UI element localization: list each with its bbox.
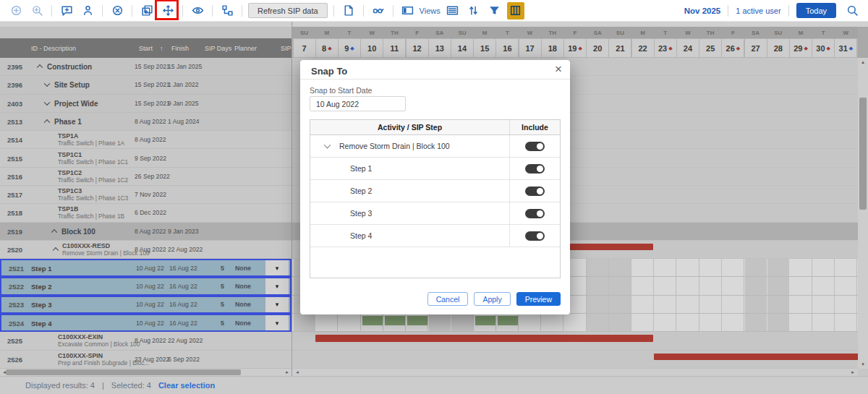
- table-row-2524[interactable]: 2524Step 410 Aug 2216 Aug 225None▾: [0, 314, 292, 332]
- calendar-date-cell[interactable]: 16: [496, 39, 518, 57]
- list-view-icon[interactable]: [444, 2, 461, 20]
- gantt-step-bar[interactable]: [362, 316, 383, 325]
- calendar-date-cell[interactable]: 15: [474, 39, 495, 57]
- sort-ascending-icon[interactable]: ↑: [160, 45, 163, 52]
- col-header-sip-days[interactable]: SIP Days: [205, 45, 231, 52]
- include-toggle[interactable]: [525, 142, 545, 151]
- panel-splitter[interactable]: [292, 22, 292, 376]
- zoom-in-icon[interactable]: [7, 2, 25, 20]
- table-row-2523[interactable]: 2523Step 310 Aug 2216 Aug 225None▾: [0, 296, 292, 314]
- dependencies-icon[interactable]: [218, 2, 236, 20]
- eye-icon[interactable]: [189, 2, 206, 20]
- gantt-step-bar[interactable]: [498, 316, 518, 325]
- today-button[interactable]: Today: [796, 3, 836, 18]
- gantt-horizontal-scrollbar[interactable]: ◂ ▸: [292, 369, 858, 376]
- calendar-date-cell[interactable]: 18: [542, 39, 563, 57]
- calendar-date-cell[interactable]: 28: [767, 39, 789, 57]
- gantt-activity-bar[interactable]: [315, 335, 653, 342]
- preview-button[interactable]: Preview: [516, 292, 561, 306]
- table-row-2520[interactable]: 2520C100XXX-RESDRemove Storm Drain | Blo…: [0, 241, 292, 259]
- calendar-date-cell[interactable]: 20: [587, 39, 608, 57]
- col-header-finish[interactable]: Finish: [171, 45, 189, 52]
- chevron-up-icon[interactable]: [44, 119, 50, 125]
- chevron-down-icon[interactable]: [44, 81, 50, 87]
- cancel-button[interactable]: Cancel: [427, 292, 469, 306]
- copy-add-icon[interactable]: [138, 2, 156, 20]
- calendar-date-cell[interactable]: 8◆: [316, 39, 338, 57]
- include-toggle[interactable]: [525, 209, 545, 218]
- table-horizontal-scrollbar[interactable]: ◂ ▸: [0, 369, 292, 376]
- gantt-step-bar[interactable]: [475, 316, 495, 325]
- calendar-date-cell[interactable]: 23◆: [655, 39, 676, 57]
- table-row-2519[interactable]: 2519Block 1008 Aug 20229 Jan 2023: [0, 223, 292, 241]
- col-header-start[interactable]: Start: [139, 45, 153, 52]
- gantt-vertical-scrollbar[interactable]: ▴ ▾: [858, 58, 868, 369]
- table-row-2396[interactable]: 2396Site Setup15 Sep 20211 Jan 2022: [0, 76, 292, 94]
- calendar-date-cell[interactable]: 25: [699, 39, 721, 57]
- scroll-right-icon[interactable]: ▸: [849, 369, 856, 376]
- calendar-date-cell[interactable]: 26◆: [722, 39, 744, 57]
- new-document-icon[interactable]: [340, 2, 357, 20]
- chevron-up-icon[interactable]: [51, 229, 57, 235]
- table-row-2513[interactable]: 2513Phase 18 Aug 20221 Aug 2024: [0, 113, 292, 131]
- calendar-date-cell[interactable]: 27: [745, 39, 767, 57]
- col-header-id-description[interactable]: ID - Description: [31, 45, 76, 52]
- close-icon[interactable]: ×: [555, 62, 562, 77]
- table-row-2521[interactable]: 2521Step 110 Aug 2216 Aug 225None▾: [0, 259, 292, 277]
- table-row-2518[interactable]: 2518TSP1BTraffic Switch | Phase 1B6 Dec …: [0, 204, 292, 222]
- gantt-activity-bar[interactable]: [654, 354, 858, 361]
- scroll-right-icon[interactable]: ▸: [284, 369, 291, 376]
- table-row-2516[interactable]: 2516TSP1C2Traffic Switch | Phase 1C226 S…: [0, 168, 292, 186]
- calendar-date-cell[interactable]: 29◆: [790, 39, 812, 57]
- table-row-2515[interactable]: 2515TSP1C1Traffic Switch | Phase 1C19 Se…: [0, 149, 292, 167]
- views-button[interactable]: Views: [399, 2, 441, 20]
- sort-icon[interactable]: [465, 2, 482, 20]
- calendar-date-cell[interactable]: 24: [677, 39, 699, 57]
- move-icon[interactable]: [159, 2, 176, 20]
- chevron-up-icon[interactable]: [37, 64, 43, 70]
- zoom-search-icon[interactable]: [28, 2, 46, 20]
- columns-icon[interactable]: [507, 2, 524, 20]
- table-row-2525[interactable]: 2525C100XXX-EXINExcavate Common | Block …: [0, 332, 292, 350]
- clear-selection-link[interactable]: Clear selection: [158, 381, 215, 390]
- calendar-date-cell[interactable]: 11: [383, 39, 405, 57]
- calendar-date-cell[interactable]: 14: [451, 39, 473, 57]
- table-row-2526[interactable]: 2526C100XXX-SPINPrep and Finish Subgrade…: [0, 351, 292, 369]
- review-check-icon[interactable]: [370, 2, 387, 20]
- calendar-date-cell[interactable]: 21: [609, 39, 631, 57]
- scroll-up-icon[interactable]: ▴: [859, 59, 867, 66]
- scroll-left-icon[interactable]: ◂: [294, 369, 301, 376]
- include-toggle[interactable]: [525, 164, 545, 174]
- calendar-date-cell[interactable]: 17: [519, 39, 541, 57]
- calendar-date-cell[interactable]: 12: [407, 39, 428, 57]
- include-toggle[interactable]: [525, 187, 545, 196]
- calendar-date-cell[interactable]: 31◆: [835, 39, 856, 57]
- table-row-2514[interactable]: 2514TSP1ATraffic Switch | Phase 1A8 Aug …: [0, 131, 292, 149]
- calendar-date-cell[interactable]: 7: [294, 39, 315, 57]
- views-grid-icon[interactable]: [399, 2, 417, 20]
- chevron-down-icon[interactable]: [324, 142, 331, 149]
- filter-icon[interactable]: [486, 2, 503, 20]
- table-row-2517[interactable]: 2517TSP1C3Traffic Switch | Phase 1C37 No…: [0, 186, 292, 204]
- apply-button[interactable]: Apply: [474, 292, 510, 306]
- chevron-up-icon[interactable]: [53, 247, 59, 253]
- calendar-date-cell[interactable]: 19◆: [564, 39, 586, 57]
- table-row-2395[interactable]: 2395Construction15 Sep 202115 Jan 2025: [0, 58, 292, 76]
- snap-date-input[interactable]: [310, 96, 406, 111]
- search-icon[interactable]: [843, 2, 861, 20]
- table-row-2522[interactable]: 2522Step 210 Aug 2216 Aug 225None▾: [0, 277, 292, 295]
- include-toggle[interactable]: [525, 231, 545, 241]
- scrollbar-thumb[interactable]: [859, 98, 867, 210]
- col-header-sip[interactable]: SIP: [281, 45, 292, 52]
- comment-add-icon[interactable]: [58, 2, 75, 20]
- gantt-step-bar[interactable]: [385, 316, 405, 325]
- chevron-down-icon[interactable]: [44, 99, 50, 105]
- table-row-2403[interactable]: 2403Project Wide15 Sep 20219 Jan 2025: [0, 95, 292, 113]
- calendar-date-cell[interactable]: 30◆: [812, 39, 834, 57]
- gantt-step-bar[interactable]: [407, 316, 427, 325]
- user-icon[interactable]: [79, 2, 96, 20]
- calendar-date-cell[interactable]: 13: [429, 39, 451, 57]
- scroll-down-icon[interactable]: ▾: [859, 361, 867, 368]
- sip-dropdown[interactable]: ▾: [265, 278, 289, 294]
- calendar-date-cell[interactable]: 10: [361, 39, 383, 57]
